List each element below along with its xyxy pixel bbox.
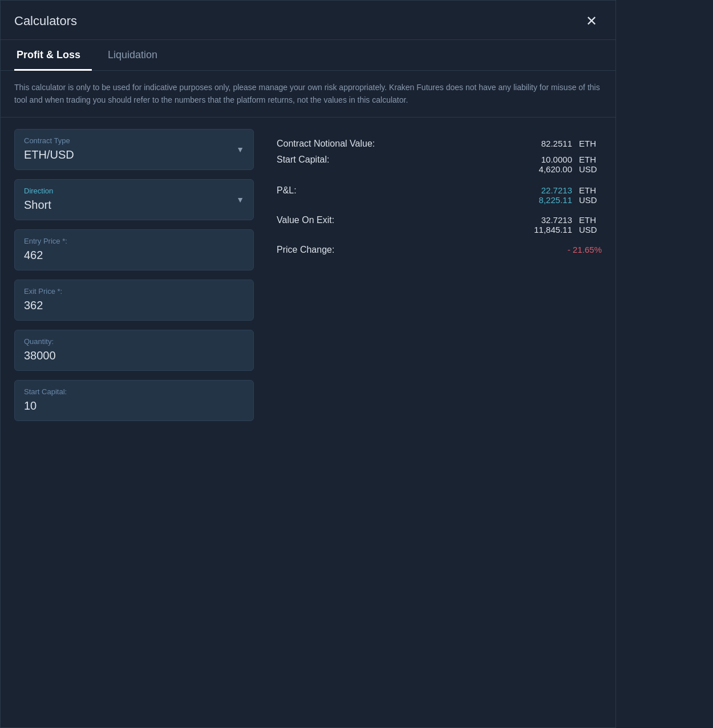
entry-price-label: Entry Price *: bbox=[24, 237, 244, 245]
spacer-1 bbox=[277, 177, 602, 183]
pnl-usd-value: 8,225.11 bbox=[515, 195, 572, 205]
value-on-exit-eth-unit: ETH bbox=[579, 215, 602, 225]
start-capital-value: 10 bbox=[24, 399, 244, 412]
spacer-3 bbox=[277, 237, 602, 242]
pnl-label: P&L: bbox=[277, 185, 297, 205]
disclaimer-text: This calculator is only to be used for i… bbox=[1, 71, 615, 118]
results-table: Contract Notional Value: 82.2511 ETH Sta… bbox=[277, 131, 602, 258]
quantity-value: 38000 bbox=[24, 349, 244, 362]
contract-type-label: Contract Type bbox=[24, 136, 244, 145]
value-on-exit-eth-value: 32.7213 bbox=[515, 215, 572, 225]
value-on-exit-usd-value: 11,845.11 bbox=[515, 225, 572, 234]
direction-value: Short bbox=[24, 199, 244, 212]
title-bar: Calculators ✕ bbox=[1, 1, 615, 40]
spacer-2 bbox=[277, 208, 602, 212]
price-change-row: Price Change: - 21.65% bbox=[277, 242, 602, 258]
start-capital-usd-value: 4,620.00 bbox=[515, 164, 572, 174]
pnl-eth-value: 22.7213 bbox=[515, 185, 572, 195]
contract-type-value: ETH/USD bbox=[24, 148, 244, 161]
start-capital-usd-line: 4,620.00 USD bbox=[515, 164, 602, 174]
value-on-exit-label: Value On Exit: bbox=[277, 215, 334, 234]
tab-profit-loss[interactable]: Profit & Loss bbox=[14, 40, 92, 71]
value-on-exit-eth-line: 32.7213 ETH bbox=[515, 215, 602, 225]
quantity-field[interactable]: Quantity: 38000 bbox=[14, 330, 254, 371]
entry-price-value: 462 bbox=[24, 249, 244, 262]
left-panel: Contract Type ETH/USD ▼ Direction Short … bbox=[14, 129, 254, 421]
close-button[interactable]: ✕ bbox=[581, 12, 602, 30]
start-capital-eth-value: 10.0000 bbox=[515, 155, 572, 164]
contract-notional-eth-line: 82.2511 ETH bbox=[515, 139, 602, 148]
pnl-eth-unit: ETH bbox=[579, 185, 602, 195]
exit-price-field[interactable]: Exit Price *: 362 bbox=[14, 280, 254, 321]
price-change-label: Price Change: bbox=[277, 245, 334, 255]
pnl-row: P&L: 22.7213 ETH 8,225.11 USD bbox=[277, 183, 602, 208]
contract-notional-eth-value: 82.2511 bbox=[515, 139, 572, 148]
price-change-values: - 21.65% bbox=[545, 245, 602, 255]
contract-notional-eth-unit: ETH bbox=[579, 139, 602, 148]
pnl-values: 22.7213 ETH 8,225.11 USD bbox=[515, 185, 602, 205]
value-on-exit-row: Value On Exit: 32.7213 ETH 11,845.11 USD bbox=[277, 212, 602, 237]
exit-price-value: 362 bbox=[24, 299, 244, 312]
start-capital-field[interactable]: Start Capital: 10 bbox=[14, 380, 254, 421]
start-capital-row: Start Capital: 10.0000 ETH 4,620.00 USD bbox=[277, 152, 602, 177]
quantity-label: Quantity: bbox=[24, 337, 244, 346]
price-change-value-line: - 21.65% bbox=[545, 245, 602, 254]
contract-type-dropdown-icon: ▼ bbox=[236, 145, 244, 154]
pnl-eth-line: 22.7213 ETH bbox=[515, 185, 602, 195]
main-content: Contract Type ETH/USD ▼ Direction Short … bbox=[1, 118, 615, 432]
direction-field[interactable]: Direction Short ▼ bbox=[14, 179, 254, 220]
tab-liquidation[interactable]: Liquidation bbox=[106, 40, 169, 71]
tab-bar: Profit & Loss Liquidation bbox=[1, 40, 615, 71]
pnl-usd-line: 8,225.11 USD bbox=[515, 195, 602, 205]
entry-price-field[interactable]: Entry Price *: 462 bbox=[14, 229, 254, 270]
start-capital-usd-unit: USD bbox=[579, 164, 602, 174]
price-change-value: - 21.65% bbox=[545, 245, 602, 254]
contract-notional-row: Contract Notional Value: 82.2511 ETH bbox=[277, 136, 602, 152]
contract-type-field[interactable]: Contract Type ETH/USD ▼ bbox=[14, 129, 254, 170]
direction-label: Direction bbox=[24, 187, 244, 195]
start-capital-result-label: Start Capital: bbox=[277, 155, 329, 174]
pnl-usd-unit: USD bbox=[579, 195, 602, 205]
right-panel: Contract Notional Value: 82.2511 ETH Sta… bbox=[277, 129, 602, 421]
value-on-exit-usd-line: 11,845.11 USD bbox=[515, 225, 602, 234]
calculator-window: Calculators ✕ Profit & Loss Liquidation … bbox=[0, 0, 616, 728]
exit-price-label: Exit Price *: bbox=[24, 287, 244, 296]
direction-dropdown-icon: ▼ bbox=[236, 195, 244, 204]
start-capital-eth-unit: ETH bbox=[579, 155, 602, 164]
start-capital-values: 10.0000 ETH 4,620.00 USD bbox=[515, 155, 602, 174]
window-title: Calculators bbox=[14, 14, 77, 29]
value-on-exit-usd-unit: USD bbox=[579, 225, 602, 234]
start-capital-eth-line: 10.0000 ETH bbox=[515, 155, 602, 164]
contract-notional-label: Contract Notional Value: bbox=[277, 139, 375, 149]
value-on-exit-values: 32.7213 ETH 11,845.11 USD bbox=[515, 215, 602, 234]
contract-notional-values: 82.2511 ETH bbox=[515, 139, 602, 149]
start-capital-label: Start Capital: bbox=[24, 387, 244, 396]
